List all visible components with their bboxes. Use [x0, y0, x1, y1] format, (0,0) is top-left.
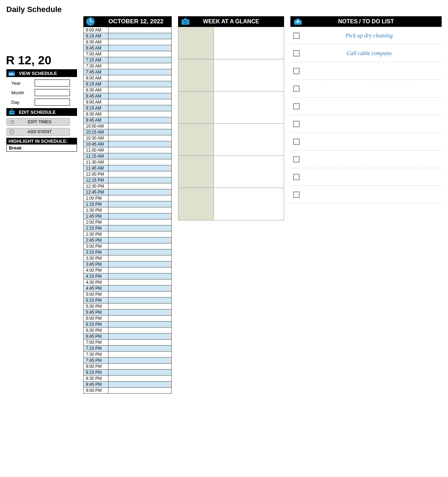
time-slot[interactable]: [108, 105, 172, 111]
note-checkbox[interactable]: [293, 50, 300, 57]
view-schedule-header-text: VIEW SCHEDULE: [17, 71, 57, 76]
week-day-cell[interactable]: [178, 124, 214, 155]
time-slot[interactable]: [108, 141, 172, 147]
time-slot[interactable]: [108, 63, 172, 69]
time-slot[interactable]: [108, 219, 172, 225]
time-slot[interactable]: [108, 279, 172, 285]
note-checkbox[interactable]: [293, 156, 300, 163]
note-checkbox[interactable]: [293, 192, 300, 198]
week-event-cell[interactable]: [214, 188, 284, 220]
time-label: 9:00 AM: [84, 99, 108, 105]
time-slot[interactable]: [108, 165, 172, 171]
time-slot[interactable]: [108, 316, 172, 322]
time-slot[interactable]: [108, 304, 172, 310]
time-slot[interactable]: [108, 388, 172, 394]
time-slot[interactable]: [108, 159, 172, 165]
time-slot[interactable]: [108, 298, 172, 304]
time-slot[interactable]: [108, 267, 172, 273]
note-checkbox[interactable]: [293, 68, 300, 74]
note-checkbox[interactable]: [293, 86, 300, 92]
time-slot[interactable]: [108, 370, 172, 376]
week-event-cell[interactable]: [214, 124, 284, 155]
week-event-cell[interactable]: [214, 156, 284, 188]
time-slot[interactable]: [108, 129, 172, 135]
note-checkbox[interactable]: [293, 33, 300, 39]
time-slot[interactable]: [108, 57, 172, 63]
time-slot[interactable]: [108, 117, 172, 123]
note-checkbox[interactable]: [293, 139, 300, 145]
time-slot[interactable]: [108, 153, 172, 159]
toolbox-icon: [7, 108, 17, 116]
time-slot[interactable]: [108, 334, 172, 340]
time-row: 12:15 PM: [84, 177, 172, 183]
week-day-cell[interactable]: [178, 156, 214, 188]
week-event-cell[interactable]: [214, 27, 284, 59]
time-slot[interactable]: [108, 340, 172, 346]
time-slot[interactable]: [108, 310, 172, 316]
week-day-cell[interactable]: [178, 59, 214, 91]
time-slot[interactable]: [108, 195, 172, 201]
week-day-cell[interactable]: [178, 92, 214, 123]
time-slot[interactable]: [108, 352, 172, 358]
time-row: 6:15 PM: [84, 322, 172, 328]
time-slot[interactable]: [108, 111, 172, 117]
note-checkbox[interactable]: [293, 103, 300, 110]
time-slot[interactable]: [108, 237, 172, 243]
time-slot[interactable]: [108, 171, 172, 177]
time-slot[interactable]: [108, 39, 172, 45]
time-slot[interactable]: [108, 207, 172, 213]
svg-rect-1: [8, 71, 15, 72]
time-slot[interactable]: [108, 249, 172, 255]
week-event-cell[interactable]: [214, 59, 284, 91]
time-slot[interactable]: [108, 201, 172, 207]
time-slot[interactable]: [108, 213, 172, 219]
time-slot[interactable]: [108, 243, 172, 249]
time-slot[interactable]: [108, 69, 172, 75]
time-label: 2:30 PM: [84, 231, 108, 237]
time-slot[interactable]: [108, 292, 172, 298]
week-day-cell[interactable]: [178, 27, 214, 59]
time-slot[interactable]: [108, 147, 172, 153]
time-slot[interactable]: [108, 285, 172, 292]
week-event-cell[interactable]: [214, 92, 284, 123]
time-slot[interactable]: [108, 87, 172, 93]
time-slot[interactable]: [108, 328, 172, 334]
time-slot[interactable]: [108, 364, 172, 370]
schedule-panel: OCTOBER 12, 2022 6:00 AM6:15 AM6:30 AM6:…: [83, 16, 172, 394]
time-slot[interactable]: [108, 123, 172, 129]
week-day-cell[interactable]: [178, 188, 214, 220]
time-slot[interactable]: [108, 183, 172, 189]
time-label: 2:45 PM: [84, 237, 108, 243]
time-slot[interactable]: [108, 177, 172, 183]
time-slot[interactable]: [108, 45, 172, 51]
time-slot[interactable]: [108, 358, 172, 364]
add-event-button[interactable]: ADD EVENT: [6, 128, 70, 136]
time-slot[interactable]: [108, 261, 172, 267]
day-input[interactable]: [35, 99, 70, 106]
time-label: 8:00 AM: [84, 75, 108, 81]
time-slot[interactable]: [108, 231, 172, 237]
time-slot[interactable]: [108, 75, 172, 81]
note-checkbox[interactable]: [293, 121, 300, 127]
time-slot[interactable]: [108, 51, 172, 57]
highlight-value[interactable]: Break: [6, 145, 77, 152]
year-input[interactable]: [35, 80, 70, 87]
time-slot[interactable]: [108, 135, 172, 141]
time-slot[interactable]: [108, 27, 172, 33]
time-slot[interactable]: [108, 189, 172, 195]
time-slot[interactable]: [108, 99, 172, 105]
time-slot[interactable]: [108, 255, 172, 261]
time-slot[interactable]: [108, 93, 172, 99]
time-slot[interactable]: [108, 346, 172, 352]
time-label: 11:00 AM: [84, 147, 108, 153]
time-slot[interactable]: [108, 382, 172, 388]
time-slot[interactable]: [108, 81, 172, 87]
time-slot[interactable]: [108, 273, 172, 279]
time-slot[interactable]: [108, 322, 172, 328]
edit-times-button[interactable]: EDIT TIMES: [6, 118, 70, 126]
time-slot[interactable]: [108, 33, 172, 39]
note-checkbox[interactable]: [293, 174, 300, 180]
month-input[interactable]: [35, 89, 70, 96]
time-slot[interactable]: [108, 376, 172, 382]
time-slot[interactable]: [108, 225, 172, 231]
